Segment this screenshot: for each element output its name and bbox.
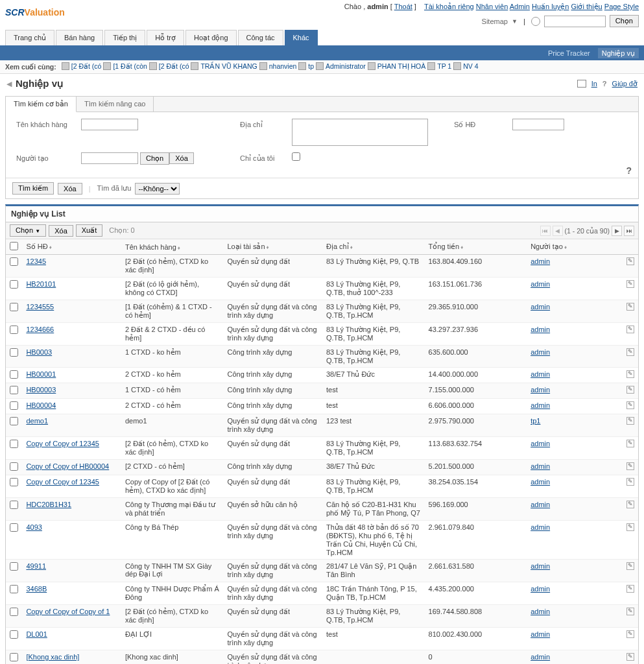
recent-item[interactable]: TRẦN VŨ KHANG — [191, 62, 257, 70]
subtab-price-tracker[interactable]: Price Tracker — [548, 49, 590, 57]
search-tab-0[interactable]: Tìm kiếm cơ bản — [6, 97, 77, 112]
top-link[interactable]: Giới thiệu — [571, 3, 602, 10]
row-checkbox[interactable] — [10, 501, 18, 509]
col-creator[interactable]: Người tạo — [531, 243, 563, 250]
contract-link[interactable]: demo1 — [26, 417, 48, 425]
creator-choose-button[interactable]: Chọn — [140, 152, 169, 165]
creator-link[interactable]: admin — [531, 630, 550, 638]
creator-link[interactable]: admin — [531, 326, 550, 333]
row-checkbox[interactable] — [10, 303, 18, 311]
contract-link[interactable]: 3468B — [26, 585, 47, 593]
creator-link[interactable]: admin — [531, 280, 550, 288]
contract-link[interactable]: 1234555 — [26, 303, 54, 311]
row-checkbox[interactable] — [10, 280, 18, 289]
row-checkbox[interactable] — [10, 653, 18, 661]
top-link[interactable]: Nhân viên — [476, 3, 508, 10]
row-checkbox[interactable] — [10, 462, 18, 471]
row-checkbox[interactable] — [10, 417, 18, 425]
edit-icon[interactable] — [626, 462, 634, 470]
only-mine-checkbox[interactable] — [292, 152, 300, 161]
creator-link[interactable]: admin — [531, 401, 550, 409]
row-checkbox[interactable] — [10, 370, 18, 379]
clear-button[interactable]: Xóa — [58, 183, 82, 195]
page-next-icon[interactable]: ▶ — [612, 226, 622, 236]
contract-link[interactable]: Copy of Copy of 12345 — [26, 478, 99, 486]
logo[interactable]: SCRValuation — [5, 3, 70, 22]
contract-link[interactable]: HB0003 — [26, 348, 52, 356]
edit-icon[interactable] — [626, 386, 634, 394]
edit-icon[interactable] — [626, 585, 634, 593]
recent-item[interactable]: NV 4 — [453, 62, 478, 70]
address-input[interactable] — [292, 119, 428, 146]
row-checkbox[interactable] — [10, 440, 18, 448]
collapse-icon[interactable]: ◀ — [6, 80, 12, 88]
tab-trang-chủ[interactable]: Trang chủ — [5, 30, 54, 45]
contract-link[interactable]: HB20101 — [26, 280, 56, 288]
creator-link[interactable]: admin — [531, 370, 550, 378]
row-checkbox[interactable] — [10, 523, 18, 532]
creator-link[interactable]: admin — [531, 501, 550, 508]
row-checkbox[interactable] — [10, 401, 18, 410]
print-link[interactable]: In — [591, 80, 597, 88]
contract-link[interactable]: Copy of Copy of 12345 — [26, 440, 99, 447]
creator-link[interactable]: admin — [531, 348, 550, 356]
recent-item[interactable]: [1 Đất (còn — [103, 62, 147, 70]
col-customer[interactable]: Tên khách hàng — [125, 243, 176, 251]
recent-item[interactable]: TP 1 — [427, 62, 451, 70]
edit-icon[interactable] — [626, 523, 634, 531]
recent-item[interactable]: Administrator — [316, 62, 366, 70]
creator-link[interactable]: admin — [531, 257, 550, 265]
tab-tiếp-thị[interactable]: Tiếp thị — [104, 30, 145, 45]
recent-item[interactable]: [2 Đất (có — [149, 62, 189, 70]
creator-input[interactable] — [81, 152, 138, 164]
edit-icon[interactable] — [626, 478, 634, 486]
tab-công-tác[interactable]: Công tác — [238, 30, 283, 45]
edit-icon[interactable] — [626, 348, 634, 356]
creator-link[interactable]: admin — [531, 608, 550, 615]
contract-link[interactable]: 1234666 — [26, 326, 54, 333]
chevron-down-icon[interactable]: ▼ — [512, 18, 518, 25]
edit-icon[interactable] — [626, 417, 634, 425]
edit-icon[interactable] — [626, 501, 634, 508]
edit-icon[interactable] — [626, 440, 634, 447]
list-choose-button[interactable]: Chọn ▼ — [10, 224, 46, 237]
help-icon[interactable]: ? — [602, 80, 607, 88]
edit-icon[interactable] — [626, 257, 634, 265]
tab-bán-hàng[interactable]: Bán hàng — [56, 30, 103, 45]
creator-link[interactable]: admin — [531, 478, 550, 486]
row-checkbox[interactable] — [10, 326, 18, 334]
creator-link[interactable]: admin — [531, 462, 550, 470]
top-link[interactable]: Page Style — [604, 3, 639, 10]
contract-link[interactable]: HB00001 — [26, 370, 56, 378]
top-link[interactable]: Huấn luyện — [532, 3, 569, 10]
list-export-button[interactable]: Xuất — [76, 224, 103, 237]
edit-icon[interactable] — [626, 303, 634, 311]
creator-link[interactable]: admin — [531, 303, 550, 311]
logout-link[interactable]: Thoát — [394, 3, 412, 10]
global-search-button[interactable]: Chọn — [610, 15, 639, 27]
recent-item[interactable]: PHAN THỊ HOÀ — [368, 62, 426, 70]
creator-link[interactable]: admin — [531, 523, 550, 531]
contract-input[interactable] — [512, 119, 564, 130]
creator-link[interactable]: tp1 — [531, 417, 540, 425]
contract-link[interactable]: Copy of Copy of HB00004 — [26, 462, 109, 470]
contract-link[interactable]: Copy of Copy of Copy of 1 — [26, 608, 110, 615]
print-icon[interactable] — [577, 80, 586, 88]
contract-link[interactable]: HB00004 — [26, 401, 56, 409]
creator-link[interactable]: admin — [531, 562, 550, 570]
creator-link[interactable]: admin — [531, 440, 550, 447]
contract-link[interactable]: 12345 — [26, 257, 46, 265]
help-link[interactable]: Giúp đỡ — [612, 80, 638, 88]
tab-khác[interactable]: Khác — [285, 30, 318, 45]
page-last-icon[interactable]: ⏭ — [624, 226, 634, 236]
row-checkbox[interactable] — [10, 608, 18, 616]
col-address[interactable]: Địa chỉ — [326, 243, 349, 250]
row-checkbox[interactable] — [10, 478, 18, 486]
row-checkbox[interactable] — [10, 348, 18, 357]
recent-item[interactable]: tp — [298, 62, 314, 70]
col-total[interactable]: Tổng tiền — [429, 243, 460, 250]
row-checkbox[interactable] — [10, 257, 18, 266]
row-checkbox[interactable] — [10, 630, 18, 639]
page-prev-icon[interactable]: ◀ — [553, 226, 563, 236]
search-tab-1[interactable]: Tìm kiếm nâng cao — [77, 97, 154, 112]
